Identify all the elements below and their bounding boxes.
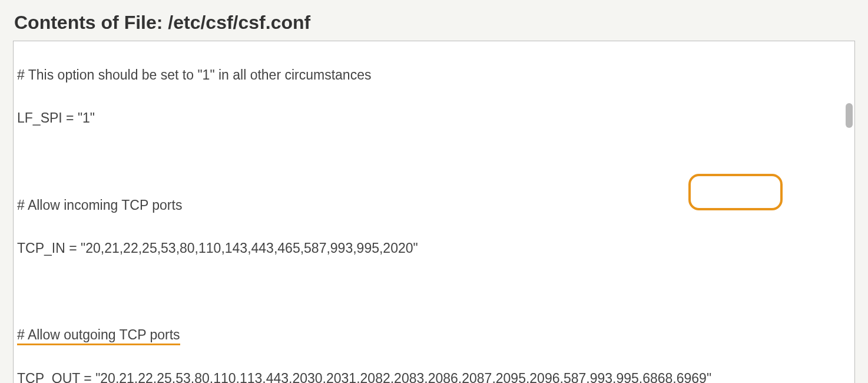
config-line: TCP_OUT = "20,21,22,25,53,80,110,113,443… xyxy=(17,368,851,383)
underlined-comment: # Allow outgoing TCP ports xyxy=(17,327,180,345)
config-line xyxy=(17,281,851,303)
page-title: Contents of File: /etc/csf/csf.conf xyxy=(12,12,856,34)
config-line: # This option should be set to "1" in al… xyxy=(17,64,851,86)
config-line: # Allow incoming TCP ports xyxy=(17,194,851,216)
config-line: TCP_IN = "20,21,22,25,53,80,110,143,443,… xyxy=(17,237,851,259)
scrollbar-thumb[interactable] xyxy=(846,103,853,128)
config-line: # Allow outgoing TCP ports xyxy=(17,324,851,346)
file-content-panel: # This option should be set to "1" in al… xyxy=(13,41,855,383)
config-line xyxy=(17,151,851,173)
config-line: LF_SPI = "1" xyxy=(17,107,851,129)
file-text: # This option should be set to "1" in al… xyxy=(17,42,851,383)
scrollbar-track[interactable] xyxy=(844,41,854,383)
